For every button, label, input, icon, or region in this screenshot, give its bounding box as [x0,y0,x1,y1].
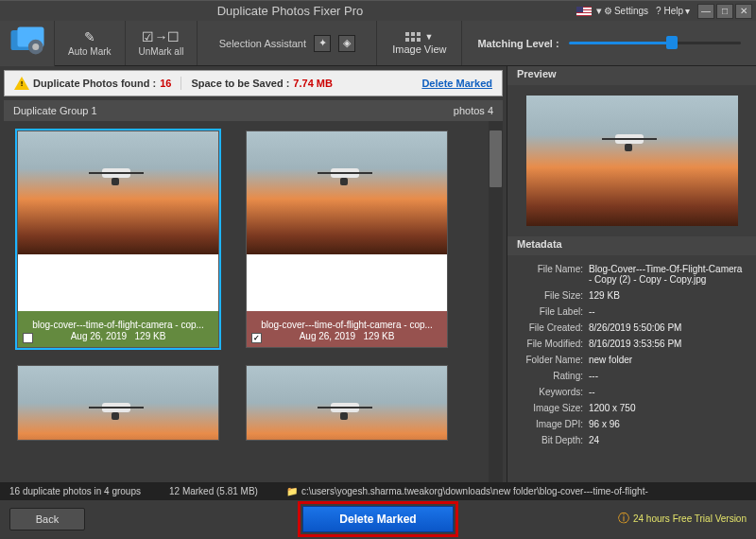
photo-checkbox[interactable] [23,333,33,343]
selection-assistant-wand-button[interactable]: ✦ [314,35,331,52]
photo-card-footer: blog-cover---time-of-flight-camera - cop… [247,311,447,347]
meta-row: File Label:-- [517,304,747,320]
grid-icon [405,32,421,42]
image-view-button[interactable]: ▼ Image View [377,21,462,65]
found-count: 16 [160,78,171,89]
meta-row: Bit Depth:24 [517,432,747,448]
photo-thumbnail [247,366,447,441]
delete-marked-link[interactable]: Delete Marked [421,78,492,89]
preview-heading: Preview [507,66,756,85]
space-value: 7.74 MB [293,78,333,89]
photo-date-size: Aug 26, 2019 129 KB [300,331,395,341]
back-button[interactable]: Back [9,508,85,530]
group-header[interactable]: Duplicate Group 1 photos 4 [4,100,503,121]
chevron-down-icon: ▼ [424,32,433,42]
settings-link[interactable]: ⚙ Settings [604,6,648,16]
auto-mark-button[interactable]: ✎ Auto Mark [55,21,126,65]
status-strip: ! Duplicate Photos found : 16 Space to b… [4,70,503,96]
unmark-all-icon: ☑→☐ [142,29,180,44]
main: ! Duplicate Photos found : 16 Space to b… [0,66,756,482]
unmark-all-label: UnMark all [139,46,184,57]
photo-checkbox[interactable]: ✓ [251,333,262,343]
photo-thumbnail [247,131,447,254]
toolbar: ✎ Auto Mark ☑→☐ UnMark all Selection Ass… [0,21,756,66]
folder-icon: 📁 [286,486,298,496]
preview-box [507,85,756,236]
scrollbar-thumb[interactable] [490,130,502,187]
path-text: 📁 c:\users\yogesh.sharma.tweakorg\downlo… [286,486,747,496]
trial-notice: ⓘ 24 hours Free Trial Version [618,511,747,527]
photo-card-footer: blog-cover---time-of-flight-camera - cop… [18,311,218,347]
metadata-heading: Metadata [507,236,756,255]
photo-card[interactable]: blog-cover---time-of-flight-camera - cop… [17,130,219,348]
meta-row: Keywords:-- [517,384,747,400]
meta-row: File Created:8/26/2019 5:50:06 PM [517,320,747,336]
meta-row: File Modified:8/16/2019 3:53:56 PM [517,336,747,352]
thumbnail-grid: blog-cover---time-of-flight-camera - cop… [0,121,507,482]
selection-assistant-group: Selection Assistant ✦ ◈ [198,21,377,65]
image-view-label: Image View [392,43,446,55]
help-link[interactable]: ? Help ▾ [656,6,690,16]
footer: Back Delete Marked ⓘ 24 hours Free Trial… [0,499,756,537]
group-name: Duplicate Group 1 [13,105,97,116]
flag-icon[interactable] [576,7,592,16]
delete-marked-highlight: Delete Marked [298,501,458,537]
meta-row: Rating:--- [517,368,747,384]
matching-level-label: Matching Level : [477,38,558,49]
space-label: Space to be Saved : [191,78,289,89]
divider [180,77,181,90]
summary-text: 16 duplicate photos in 4 groups [9,486,141,496]
bottom-status-bar: 16 duplicate photos in 4 groups 12 Marke… [0,482,756,499]
group-count: photos 4 [454,105,493,116]
photo-card[interactable] [246,365,448,441]
meta-row: Image DPI:96 x 96 [517,416,747,432]
photo-date-size: Aug 26, 2019 129 KB [71,331,166,341]
auto-mark-icon: ✎ [84,29,95,44]
found-label: Duplicate Photos found : [33,78,156,89]
minimize-button[interactable]: — [697,4,714,19]
delete-marked-button[interactable]: Delete Marked [302,506,454,532]
lang-dropdown[interactable]: ▾ [596,5,602,17]
photo-card[interactable]: blog-cover---time-of-flight-camera - cop… [246,130,448,348]
maximize-button[interactable]: □ [716,4,733,19]
photo-thumbnail [18,131,218,254]
photo-thumbnail [18,366,218,441]
preview-image [526,96,738,226]
auto-mark-label: Auto Mark [68,46,112,57]
close-button[interactable]: ✕ [735,4,752,19]
app-title: Duplicate Photos Fixer Pro [4,4,576,18]
photo-name: blog-cover---time-of-flight-camera - cop… [32,320,204,330]
metadata-table: File Name:Blog-Cover---Time-Of-Flight-Ca… [507,255,756,482]
selection-assistant-arrow-button[interactable]: ◈ [338,35,355,52]
results-pane: ! Duplicate Photos found : 16 Space to b… [0,66,507,482]
selection-assistant-label: Selection Assistant [219,38,306,49]
scrollbar[interactable] [489,121,503,482]
warning-icon: ! [14,77,29,90]
unmark-all-button[interactable]: ☑→☐ UnMark all [126,21,198,65]
meta-row: Image Size:1200 x 750 [517,400,747,416]
titlebar-right: ▾ ⚙ Settings ? Help ▾ — □ ✕ [576,4,752,19]
photo-name: blog-cover---time-of-flight-camera - cop… [261,320,433,330]
matching-level-group: Matching Level : [462,21,756,65]
meta-row: Folder Name:new folder [517,352,747,368]
photo-card[interactable] [17,365,219,441]
titlebar: Duplicate Photos Fixer Pro ▾ ⚙ Settings … [0,0,756,21]
meta-row: File Name:Blog-Cover---Time-Of-Flight-Ca… [517,261,747,287]
matching-level-slider[interactable] [569,42,741,44]
marked-text: 12 Marked (5.81 MB) [169,486,258,496]
info-icon: ⓘ [618,511,629,527]
detail-pane: Preview Metadata File Name:Blog-Cover---… [507,66,756,482]
app-logo-icon [0,21,55,66]
meta-row: File Size:129 KB [517,287,747,304]
